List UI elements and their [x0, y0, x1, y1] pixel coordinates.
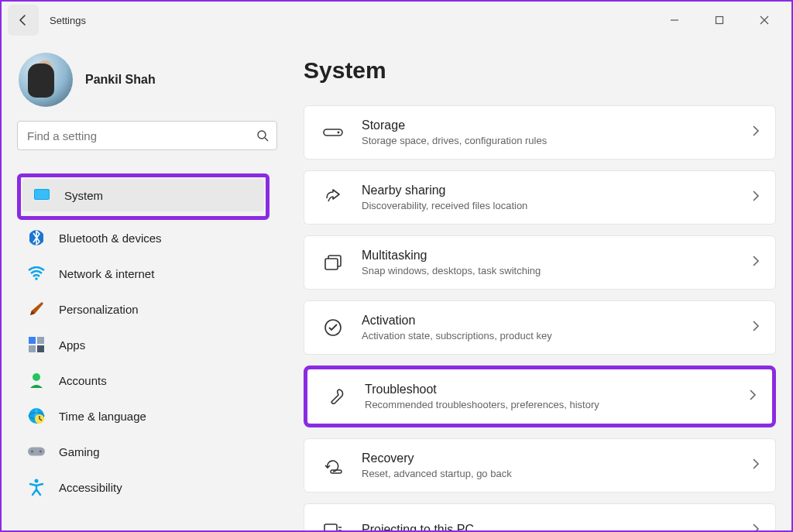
- window-controls: [657, 8, 788, 33]
- nav-bluetooth[interactable]: Bluetooth & devices: [17, 221, 269, 254]
- minimize-button[interactable]: [657, 8, 692, 33]
- minimize-icon: [670, 15, 679, 25]
- project-icon: [323, 520, 343, 530]
- nav-label: Apps: [59, 338, 85, 352]
- system-icon: [33, 187, 50, 204]
- nav-list: System Bluetooth & devices Network & int…: [17, 173, 269, 503]
- nav-time[interactable]: Time & language: [17, 400, 269, 432]
- svg-rect-25: [331, 470, 342, 473]
- card-desc: Storage space, drives, configuration rul…: [362, 135, 733, 146]
- svg-point-17: [31, 450, 34, 453]
- card-title: Multitasking: [362, 249, 733, 263]
- apps-icon: [28, 336, 45, 353]
- arrow-left-icon: [17, 14, 29, 26]
- share-icon: [323, 187, 343, 208]
- card-projecting[interactable]: Projecting to this PC: [304, 503, 776, 530]
- nav-accounts[interactable]: Accounts: [17, 364, 269, 396]
- svg-rect-9: [37, 337, 44, 344]
- svg-rect-1: [716, 17, 723, 24]
- globe-icon: [28, 407, 45, 424]
- user-name: Pankil Shah: [85, 73, 156, 87]
- card-title: Activation: [362, 314, 733, 328]
- multitask-icon: [323, 252, 343, 273]
- settings-card-list: Storage Storage space, drives, configura…: [304, 105, 776, 530]
- card-title: Recovery: [362, 451, 733, 465]
- card-title: Troubleshoot: [365, 383, 730, 396]
- chevron-right-icon: [749, 389, 757, 404]
- maximize-icon: [715, 15, 724, 25]
- card-desc: Snap windows, desktops, task switching: [362, 265, 733, 276]
- card-desc: Discoverability, received files location: [362, 200, 733, 211]
- nav-label: Time & language: [59, 410, 146, 423]
- nav-network[interactable]: Network & internet: [17, 257, 269, 290]
- svg-point-19: [35, 479, 39, 483]
- svg-rect-11: [37, 345, 44, 352]
- svg-rect-16: [28, 448, 45, 456]
- chevron-right-icon: [752, 458, 760, 473]
- chevron-right-icon: [752, 320, 760, 335]
- nav-label: System: [64, 189, 103, 202]
- nav-apps[interactable]: Apps: [17, 328, 269, 361]
- svg-point-18: [39, 450, 43, 453]
- main-panel: System Storage Storage space, drives, co…: [279, 39, 791, 530]
- nav-system[interactable]: System: [22, 179, 264, 211]
- close-button[interactable]: [747, 8, 782, 33]
- chevron-right-icon: [752, 255, 760, 270]
- sidebar: Pankil Shah System Bluetooth & devices N…: [2, 39, 279, 530]
- card-desc: Reset, advanced startup, go back: [362, 468, 733, 479]
- nav-gaming[interactable]: Gaming: [17, 435, 269, 468]
- svg-rect-26: [324, 524, 337, 530]
- nav-label: Network & internet: [59, 267, 154, 280]
- nav-label: Gaming: [59, 445, 100, 458]
- svg-point-7: [35, 277, 38, 280]
- svg-point-2: [258, 131, 266, 139]
- profile-section[interactable]: Pankil Shah: [17, 53, 269, 107]
- svg-point-21: [338, 132, 340, 134]
- chevron-right-icon: [752, 125, 760, 140]
- person-icon: [28, 372, 45, 389]
- svg-rect-5: [35, 190, 49, 199]
- bluetooth-icon: [28, 229, 45, 246]
- nav-accessibility[interactable]: Accessibility: [17, 471, 269, 503]
- card-title: Storage: [362, 118, 733, 132]
- highlight-troubleshoot: Troubleshoot Recommended troubleshooters…: [304, 366, 776, 427]
- search-icon: [256, 129, 269, 142]
- storage-icon: [323, 122, 343, 142]
- close-icon: [760, 15, 769, 25]
- nav-label: Bluetooth & devices: [59, 232, 162, 245]
- svg-line-3: [265, 138, 268, 141]
- card-desc: Recommended troubleshooters, preferences…: [365, 399, 730, 410]
- card-recovery[interactable]: Recovery Reset, advanced startup, go bac…: [304, 438, 776, 493]
- svg-rect-8: [29, 337, 36, 344]
- gamepad-icon: [28, 443, 45, 460]
- wifi-icon: [28, 265, 45, 282]
- nav-label: Accounts: [59, 374, 107, 387]
- card-desc: Activation state, subscriptions, product…: [362, 330, 733, 342]
- checkmark-circle-icon: [323, 317, 343, 338]
- card-multitasking[interactable]: Multitasking Snap windows, desktops, tas…: [304, 235, 776, 290]
- app-title: Settings: [50, 15, 86, 26]
- avatar: [19, 53, 73, 107]
- highlight-system: System: [17, 173, 269, 220]
- card-troubleshoot[interactable]: Troubleshoot Recommended troubleshooters…: [307, 369, 772, 424]
- brush-icon: [28, 300, 45, 317]
- card-title: Nearby sharing: [362, 184, 733, 197]
- card-activation[interactable]: Activation Activation state, subscriptio…: [304, 300, 776, 355]
- chevron-right-icon: [752, 523, 760, 530]
- svg-rect-23: [325, 259, 338, 269]
- wrench-icon: [326, 386, 346, 407]
- search-box[interactable]: [17, 121, 277, 150]
- titlebar: Settings: [2, 2, 791, 39]
- nav-personalization[interactable]: Personalization: [17, 293, 269, 325]
- page-title: System: [304, 57, 776, 84]
- card-storage[interactable]: Storage Storage space, drives, configura…: [304, 105, 776, 160]
- nav-label: Accessibility: [59, 481, 122, 494]
- chevron-right-icon: [752, 190, 760, 205]
- svg-rect-10: [29, 345, 36, 352]
- maximize-button[interactable]: [702, 8, 737, 33]
- search-input[interactable]: [27, 129, 256, 142]
- back-button[interactable]: [8, 5, 39, 36]
- accessibility-icon: [28, 479, 45, 496]
- card-nearby-sharing[interactable]: Nearby sharing Discoverability, received…: [304, 170, 776, 225]
- nav-label: Personalization: [59, 303, 139, 316]
